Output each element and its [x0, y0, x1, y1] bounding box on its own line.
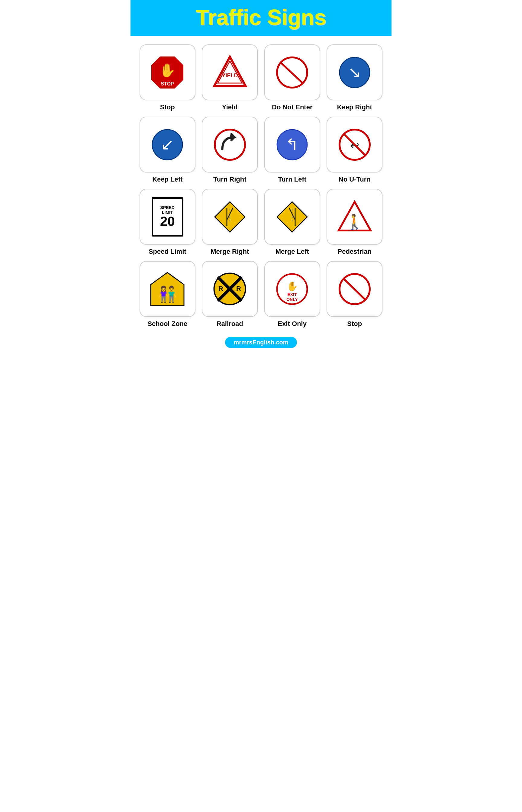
svg-text:↘: ↘: [348, 63, 361, 81]
sign-label-exit-only: Exit Only: [278, 320, 307, 328]
svg-point-12: [215, 129, 245, 160]
svg-text:R: R: [218, 285, 223, 292]
svg-text:✋: ✋: [159, 63, 176, 78]
sign-box-stop2: [326, 261, 382, 317]
sign-label-merge-right: Merge Right: [210, 248, 249, 256]
sign-box-keep-right: ↘: [326, 44, 382, 100]
svg-line-47: [343, 279, 366, 300]
sign-cell-turn-right: Turn Right: [200, 117, 260, 183]
sign-label-railroad: Railroad: [217, 320, 243, 328]
sign-cell-merge-right: Merge Right: [200, 189, 260, 256]
sign-box-school-zone: 👫: [140, 261, 196, 317]
sign-box-turn-left: ↰: [264, 117, 320, 172]
svg-text:EXIT: EXIT: [287, 292, 297, 297]
sign-box-keep-left: ↙: [140, 117, 196, 172]
sign-box-merge-right: [202, 189, 258, 245]
sign-cell-railroad: RRRailroad: [200, 261, 260, 328]
sign-cell-speed-limit: SPEED LIMIT20Speed Limit: [138, 189, 197, 256]
header: Traffic Signs: [130, 0, 392, 36]
sign-cell-exit-only: ✋EXITONLYExit Only: [262, 261, 322, 328]
sign-label-stop: Stop: [160, 103, 175, 111]
sign-label-turn-right: Turn Right: [213, 176, 246, 183]
sign-cell-no-u-turn: ↩No U-Turn: [325, 117, 385, 183]
footer: mrmrsEnglish.com: [130, 333, 392, 355]
sign-box-yield: YIELD: [202, 44, 258, 100]
sign-cell-turn-left: ↰Turn Left: [262, 117, 322, 183]
svg-text:↰: ↰: [285, 136, 299, 153]
svg-line-18: [343, 134, 366, 156]
svg-text:YIELD: YIELD: [222, 73, 238, 79]
sign-cell-stop2: Stop: [325, 261, 385, 328]
sign-cell-pedestrian: 🚶Pedestrian: [325, 189, 385, 256]
svg-text:🚶: 🚶: [346, 213, 364, 230]
sign-box-speed-limit: SPEED LIMIT20: [140, 189, 196, 245]
sign-label-no-u-turn: No U-Turn: [339, 176, 371, 183]
svg-text:ONLY: ONLY: [286, 297, 298, 302]
sign-box-exit-only: ✋EXITONLY: [264, 261, 320, 317]
page-title: Traffic Signs: [130, 5, 392, 29]
sign-cell-keep-right: ↘Keep Right: [325, 44, 385, 111]
svg-line-7: [280, 62, 303, 84]
sign-cell-stop: ✋STOPStop: [138, 44, 197, 111]
sign-label-school-zone: School Zone: [147, 320, 187, 328]
sign-box-pedestrian: 🚶: [326, 189, 382, 245]
signs-grid: ✋STOPStopYIELDYieldDo Not Enter↘Keep Rig…: [130, 36, 392, 333]
svg-text:↙: ↙: [161, 136, 174, 153]
sign-label-do-not-enter: Do Not Enter: [272, 103, 313, 111]
svg-text:✋: ✋: [287, 281, 298, 292]
sign-box-do-not-enter: [264, 44, 320, 100]
sign-box-railroad: RR: [202, 261, 258, 317]
sign-cell-yield: YIELDYield: [200, 44, 260, 111]
svg-text:STOP: STOP: [161, 81, 174, 86]
sign-label-turn-left: Turn Left: [278, 176, 306, 183]
svg-text:R: R: [236, 285, 241, 292]
sign-cell-keep-left: ↙Keep Left: [138, 117, 197, 183]
sign-label-stop2: Stop: [347, 320, 362, 328]
sign-box-merge-left: [264, 189, 320, 245]
sign-box-turn-right: [202, 117, 258, 172]
sign-label-keep-left: Keep Left: [152, 176, 182, 183]
sign-box-no-u-turn: ↩: [326, 117, 382, 172]
website-badge: mrmrsEnglish.com: [225, 337, 297, 348]
sign-cell-merge-left: Merge Left: [262, 189, 322, 256]
sign-cell-do-not-enter: Do Not Enter: [262, 44, 322, 111]
sign-label-keep-right: Keep Right: [337, 103, 372, 111]
sign-cell-school-zone: 👫School Zone: [138, 261, 197, 328]
sign-label-yield: Yield: [222, 103, 238, 111]
sign-box-stop: ✋STOP: [140, 44, 196, 100]
sign-label-pedestrian: Pedestrian: [338, 248, 372, 256]
svg-text:👫: 👫: [158, 285, 177, 304]
sign-label-speed-limit: Speed Limit: [148, 248, 186, 256]
sign-label-merge-left: Merge Left: [276, 248, 309, 256]
